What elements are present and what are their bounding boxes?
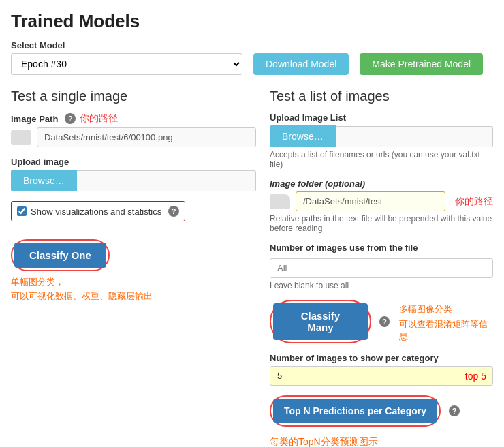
classify-many-section: Classify Many ? 多幅图像分类 可以查看混淆矩阵等信息 — [270, 300, 493, 343]
classify-many-help-icon[interactable]: ? — [379, 316, 390, 327]
folder-thumb — [270, 194, 290, 209]
num-images-label: Number of images use from the file — [270, 243, 493, 253]
image-path-help-icon[interactable]: ? — [65, 113, 76, 124]
folder-hint: Relative paths in the text file will be … — [270, 214, 493, 233]
image-path-label: Image Path — [11, 114, 58, 124]
upload-list-label: Upload Image List — [270, 112, 493, 123]
make-pretrained-button[interactable]: Make Pretrained Model — [360, 53, 483, 75]
bottom-annotation: 每类的TopN分类预测图示 — [270, 436, 493, 447]
classify-many-annotation: 多幅图像分类 — [399, 303, 493, 315]
page-title: Trained Models — [11, 11, 493, 32]
show-vis-checkbox-label[interactable]: Show visualizations and statistics ? — [11, 201, 185, 221]
num-images-input[interactable] — [270, 258, 493, 278]
show-vis-text: Show visualizations and statistics — [31, 206, 161, 217]
classify-one-button[interactable]: Classify One — [14, 243, 106, 268]
classify-annotation: 单幅图分类， 可以可视化数据、权重、隐藏层输出 — [11, 275, 256, 304]
image-path-input[interactable] — [37, 127, 256, 147]
num-images-hint: Leave blank to use all — [270, 281, 493, 290]
folder-input[interactable] — [296, 191, 445, 211]
show-vis-checkbox[interactable] — [17, 206, 27, 216]
single-image-title: Test a single image — [11, 89, 256, 104]
browse-single-button[interactable]: Browse… — [11, 170, 77, 191]
image-path-annotation: 你的路径 — [80, 112, 118, 125]
classify-many-annotation2: 可以查看混淆矩阵等信息 — [399, 318, 493, 343]
folder-label: Image folder (optional) — [270, 179, 493, 189]
num-per-cat-label: Number of images to show per category — [270, 353, 493, 363]
classify-many-circle: Classify Many — [270, 300, 371, 343]
top-n-circle: Top N Predictions per Category — [270, 395, 441, 427]
folder-annotation: 你的路径 — [455, 196, 493, 208]
top-n-section: Top N Predictions per Category ? — [270, 395, 493, 427]
classify-many-button[interactable]: Classify Many — [273, 303, 368, 340]
download-model-button[interactable]: Download Model — [253, 53, 349, 75]
image-path-thumb — [11, 130, 31, 145]
num-per-cat-input[interactable] — [270, 366, 493, 386]
classify-one-circle: Classify One — [11, 239, 110, 271]
model-select[interactable]: Epoch #30 — [11, 53, 242, 75]
select-model-label: Select Model — [11, 40, 493, 50]
top-n-help-icon[interactable]: ? — [449, 405, 460, 416]
upload-hint: Accepts a list of filenames or urls (you… — [270, 150, 493, 169]
show-vis-help-icon[interactable]: ? — [168, 206, 179, 217]
browse-list-button[interactable]: Browse… — [270, 125, 336, 147]
top-n-button[interactable]: Top N Predictions per Category — [273, 399, 437, 423]
upload-image-label: Upload image — [11, 157, 256, 167]
list-images-title: Test a list of images — [270, 89, 493, 104]
